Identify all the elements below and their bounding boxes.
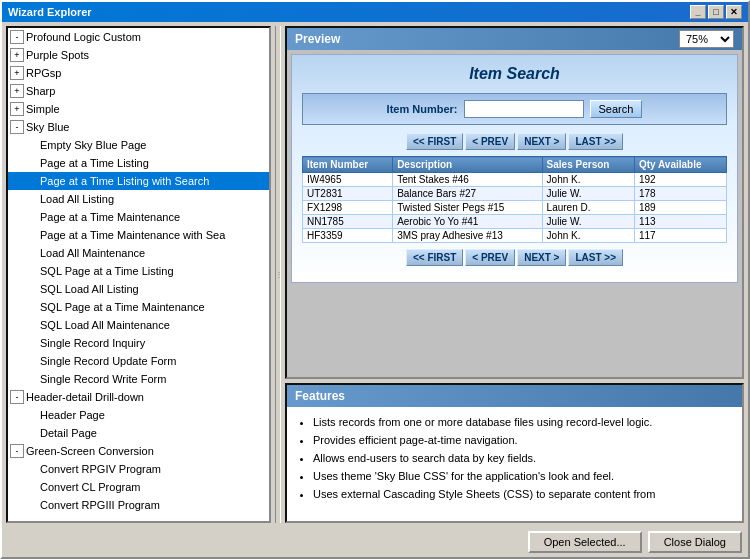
table-cell-4-3: 117 (634, 229, 726, 243)
tree-panel[interactable]: -Profound Logic Custom+Purple Spots+RPGs… (6, 26, 271, 523)
preview-header: Preview 50% 75% 100% 125% 150% (287, 28, 742, 50)
tree-item-sql-load-all[interactable]: SQL Load All Listing (8, 280, 269, 298)
tree-item-single-record-write[interactable]: Single Record Write Form (8, 370, 269, 388)
table-cell-3-3: 113 (634, 215, 726, 229)
tree-item-header-page[interactable]: Header Page (8, 406, 269, 424)
splitter-handle: ⋮ (275, 270, 282, 279)
table-header-col-2: Sales Person (542, 157, 634, 173)
tree-label-convert-rpgiii: Convert RPGIII Program (40, 497, 160, 513)
tree-label-sql-page-time-maint: SQL Page at a Time Maintenance (40, 299, 205, 315)
feature-item-3: Uses theme 'Sky Blue CSS' for the applic… (313, 467, 732, 485)
search-input[interactable] (464, 100, 584, 118)
expand-icon-header-detail[interactable]: - (10, 390, 24, 404)
tree-item-sql-page-time[interactable]: SQL Page at a Time Listing (8, 262, 269, 280)
nav-btn-top-2[interactable]: NEXT > (517, 133, 566, 150)
tree-item-load-all[interactable]: Load All Listing (8, 190, 269, 208)
tree-label-convert-rpgiv: Convert RPGIV Program (40, 461, 161, 477)
tree-item-page-time[interactable]: Page at a Time Listing (8, 154, 269, 172)
tree-item-green-screen[interactable]: -Green-Screen Conversion (8, 442, 269, 460)
nav-btn-bottom-1[interactable]: < PREV (465, 249, 515, 266)
expand-icon-skyblue[interactable]: - (10, 120, 24, 134)
table-cell-0-0: IW4965 (303, 173, 393, 187)
tree-item-header-detail[interactable]: -Header-detail Drill-down (8, 388, 269, 406)
expand-icon-profound[interactable]: - (10, 30, 24, 44)
preview-section: Preview 50% 75% 100% 125% 150% Item Sear… (285, 26, 744, 379)
tree-item-profound[interactable]: -Profound Logic Custom (8, 28, 269, 46)
expand-icon-simple[interactable]: + (10, 102, 24, 116)
expand-icon-purple[interactable]: + (10, 48, 24, 62)
tree-item-rpgsp[interactable]: +RPGsp (8, 64, 269, 82)
expand-icon-green-screen[interactable]: - (10, 444, 24, 458)
table-row: IW4965Tent Stakes #46John K.192 (303, 173, 727, 187)
tree-item-sql-page-time-maint[interactable]: SQL Page at a Time Maintenance (8, 298, 269, 316)
tree-item-convert-rpgiii[interactable]: Convert RPGIII Program (8, 496, 269, 514)
features-list: Lists records from one or more database … (297, 413, 732, 503)
tree-label-header-page: Header Page (40, 407, 105, 423)
tree-label-page-time-search: Page at a Time Listing with Search (40, 173, 209, 189)
preview-content: Item Search Item Number: Search << FIRST… (287, 50, 742, 377)
splitter[interactable]: ⋮ (275, 26, 281, 523)
tree-label-sql-load-all: SQL Load All Listing (40, 281, 139, 297)
table-cell-2-2: Lauren D. (542, 201, 634, 215)
minimize-button[interactable]: _ (690, 5, 706, 19)
tree-label-sql-page-time: SQL Page at a Time Listing (40, 263, 174, 279)
features-section: Features Lists records from one or more … (285, 383, 744, 523)
table-header-col-1: Description (393, 157, 542, 173)
nav-btn-bottom-2[interactable]: NEXT > (517, 249, 566, 266)
search-button[interactable]: Search (590, 100, 643, 118)
tree-item-purple[interactable]: +Purple Spots (8, 46, 269, 64)
tree-item-detail-page[interactable]: Detail Page (8, 424, 269, 442)
title-bar: Wizard Explorer _ □ ✕ (2, 2, 748, 22)
tree-label-load-all: Load All Listing (40, 191, 114, 207)
open-selected-button[interactable]: Open Selected... (528, 531, 642, 553)
tree-item-convert-cl[interactable]: Convert CL Program (8, 478, 269, 496)
nav-btn-bottom-3[interactable]: LAST >> (568, 249, 623, 266)
tree-label-header-detail: Header-detail Drill-down (26, 389, 144, 405)
table-cell-4-1: 3MS pray Adhesive #13 (393, 229, 542, 243)
features-header: Features (287, 385, 742, 407)
features-content: Lists records from one or more database … (287, 407, 742, 521)
table-cell-2-3: 189 (634, 201, 726, 215)
close-button[interactable]: ✕ (726, 5, 742, 19)
table-cell-0-3: 192 (634, 173, 726, 187)
bottom-bar: Open Selected... Close Dialog (2, 527, 748, 557)
nav-btn-top-3[interactable]: LAST >> (568, 133, 623, 150)
content-area: -Profound Logic Custom+Purple Spots+RPGs… (2, 22, 748, 527)
nav-btn-top-1[interactable]: < PREV (465, 133, 515, 150)
tree-item-single-record-update[interactable]: Single Record Update Form (8, 352, 269, 370)
tree-item-sharp[interactable]: +Sharp (8, 82, 269, 100)
tree-item-load-all-maint[interactable]: Load All Maintenance (8, 244, 269, 262)
features-title: Features (295, 389, 345, 403)
table-cell-1-3: 178 (634, 187, 726, 201)
feature-item-2: Allows end-users to search data by key f… (313, 449, 732, 467)
table-row: FX1298Twisted Sister Pegs #15Lauren D.18… (303, 201, 727, 215)
tree-item-single-record-inquiry[interactable]: Single Record Inquiry (8, 334, 269, 352)
close-dialog-button[interactable]: Close Dialog (648, 531, 742, 553)
tree-item-skyblue[interactable]: -Sky Blue (8, 118, 269, 136)
table-cell-4-2: John K. (542, 229, 634, 243)
table-row: NN1785Aerobic Yo Yo #41Julie W.113 (303, 215, 727, 229)
tree-label-detail-page: Detail Page (40, 425, 97, 441)
nav-btn-bottom-0[interactable]: << FIRST (406, 249, 463, 266)
tree-item-convert-rpgiv[interactable]: Convert RPGIV Program (8, 460, 269, 478)
expand-icon-rpgsp[interactable]: + (10, 66, 24, 80)
tree-item-sql-load-all-maint[interactable]: SQL Load All Maintenance (8, 316, 269, 334)
tree-item-page-time-maint[interactable]: Page at a Time Maintenance (8, 208, 269, 226)
tree-label-sharp: Sharp (26, 83, 55, 99)
search-label: Item Number: (387, 103, 458, 115)
tree-item-page-time-maint-sea[interactable]: Page at a Time Maintenance with Sea (8, 226, 269, 244)
tree-item-empty-blue[interactable]: Empty Sky Blue Page (8, 136, 269, 154)
maximize-button[interactable]: □ (708, 5, 724, 19)
tree-label-single-record-write: Single Record Write Form (40, 371, 166, 387)
table-header-col-3: Qty Available (634, 157, 726, 173)
tree-label-rpgsp: RPGsp (26, 65, 61, 81)
tree-item-page-time-search[interactable]: Page at a Time Listing with Search (8, 172, 269, 190)
data-table: Item NumberDescriptionSales PersonQty Av… (302, 156, 727, 243)
zoom-select[interactable]: 50% 75% 100% 125% 150% (679, 30, 734, 48)
table-cell-3-0: NN1785 (303, 215, 393, 229)
table-cell-1-1: Balance Bars #27 (393, 187, 542, 201)
expand-icon-sharp[interactable]: + (10, 84, 24, 98)
nav-btn-top-0[interactable]: << FIRST (406, 133, 463, 150)
zoom-control: 50% 75% 100% 125% 150% (679, 30, 734, 48)
tree-item-simple[interactable]: +Simple (8, 100, 269, 118)
